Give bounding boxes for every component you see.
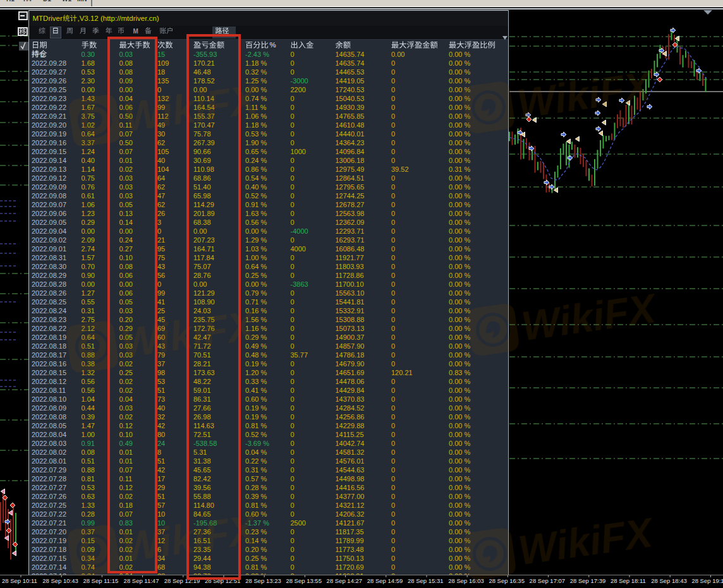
- svg-text:%: %: [270, 41, 276, 49]
- svg-text:WikiFX: WikiFX: [519, 285, 660, 349]
- svg-text:WikiFX: WikiFX: [516, 510, 657, 573]
- svg-text:WikiFX: WikiFX: [514, 63, 656, 127]
